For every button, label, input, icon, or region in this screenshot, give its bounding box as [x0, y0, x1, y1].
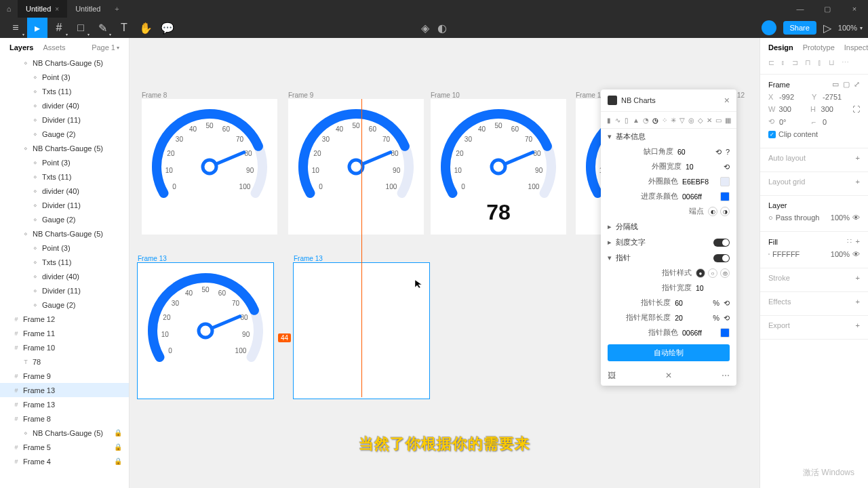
scaletext-toggle[interactable] — [713, 239, 730, 247]
auto-draw-button[interactable]: 自动绘制 — [608, 344, 730, 361]
blend-mode[interactable]: Pass through — [776, 214, 820, 222]
add-icon[interactable]: + — [856, 237, 860, 246]
layer-row[interactable]: #Frame 13 — [0, 397, 129, 411]
add-icon[interactable]: + — [856, 321, 860, 329]
layer-row[interactable]: ⋄Point (3) — [0, 155, 129, 169]
lock-icon[interactable]: 🔒 — [114, 458, 122, 465]
reset-icon[interactable]: ⟲ — [724, 314, 730, 323]
bar-icon[interactable]: ▮ — [606, 116, 612, 124]
style-2-icon[interactable]: ○ — [708, 268, 717, 278]
style-3-icon[interactable]: ◎ — [720, 268, 730, 278]
add-icon[interactable]: + — [856, 178, 860, 186]
close-icon[interactable]: × — [724, 95, 730, 106]
layer-row[interactable]: ⋄Divider (11) — [0, 283, 129, 298]
component-icon[interactable]: ◈ — [421, 22, 429, 35]
avatar[interactable] — [762, 20, 776, 35]
frame-label[interactable]: 12 — [737, 92, 745, 99]
text-tool[interactable]: T — [114, 18, 134, 38]
menu-tool[interactable]: ≡▾ — [5, 18, 26, 38]
area-icon[interactable]: ▲ — [633, 116, 639, 124]
layer-row[interactable]: #Frame 5🔒 — [0, 440, 129, 454]
frame-8[interactable]: 0102030405060708090100 — [142, 99, 277, 235]
shuffle-icon[interactable]: ✕ — [665, 371, 672, 380]
layer-row[interactable]: ⋄Gauge (2) — [0, 127, 129, 141]
needle-tail-input[interactable] — [675, 314, 709, 322]
scatter-icon[interactable]: ⁘ — [662, 116, 667, 124]
box-icon[interactable]: ▭ — [715, 116, 722, 124]
fill-swatch[interactable] — [768, 253, 770, 255]
eye-icon[interactable]: 👁 — [852, 214, 860, 222]
layer-row[interactable]: ⋄Txts (11) — [0, 169, 129, 184]
align-hcenter-icon[interactable]: ⫾ — [781, 58, 785, 67]
radius-value[interactable]: 0 — [823, 118, 852, 126]
reset-icon[interactable]: ⟲ — [715, 148, 722, 157]
hand-tool[interactable]: ✋ — [136, 18, 156, 38]
frame-label[interactable]: Frame 9 — [288, 92, 313, 99]
layer-row[interactable]: ⋄Point (3) — [0, 241, 129, 255]
home-icon[interactable]: ⌂ — [0, 5, 18, 13]
lock-icon[interactable]: 🔒 — [114, 443, 122, 451]
endcap-round-icon[interactable]: ◑ — [720, 207, 730, 216]
outer-color-input[interactable] — [682, 178, 716, 186]
fill-pct[interactable]: 100% — [831, 250, 850, 258]
minimize-icon[interactable]: — — [787, 0, 814, 18]
frame-13-a[interactable]: 0102030405060708090100 — [138, 263, 273, 399]
layer-row[interactable]: ⋄divider (40) — [0, 269, 129, 283]
frame-opt2-icon[interactable]: ▢ — [843, 80, 850, 89]
layer-row[interactable]: ⋄Gauge (2) — [0, 212, 129, 226]
layer-row[interactable]: ⋄divider (40) — [0, 184, 129, 198]
layer-row[interactable]: ⋄divider (40) — [0, 98, 129, 113]
layer-row[interactable]: #Frame 10 — [0, 340, 129, 354]
align-left-icon[interactable]: ⊏ — [768, 58, 774, 67]
style-icon[interactable]: ∷ — [847, 237, 852, 246]
eye-icon[interactable]: 👁 — [852, 250, 860, 258]
tab-untitled-active[interactable]: Untitled × — [18, 0, 67, 18]
opacity-value[interactable]: 100% — [831, 214, 850, 222]
more-icon[interactable]: ◇ — [698, 116, 703, 124]
layer-row[interactable]: #Frame 11 — [0, 326, 129, 340]
y-value[interactable]: -2751 — [823, 93, 852, 101]
tab-design[interactable]: Design — [768, 43, 793, 52]
layer-row[interactable]: ⋄Point (3) — [0, 70, 129, 84]
pie-icon[interactable]: ◔ — [643, 116, 649, 124]
layer-row[interactable]: #Frame 9 — [0, 369, 129, 383]
move-tool[interactable]: ▸ — [27, 18, 47, 38]
tab-layers[interactable]: Layers — [9, 43, 33, 52]
color-swatch[interactable] — [720, 328, 730, 338]
layer-row[interactable]: #Frame 4🔒 — [0, 454, 129, 468]
lock-icon[interactable]: 🔒 — [114, 429, 122, 436]
layer-row[interactable]: ⋄NB Charts-Gauge (5) — [0, 56, 129, 70]
ring-icon[interactable]: ◎ — [688, 116, 694, 124]
frame-tool[interactable]: #▾ — [49, 18, 69, 38]
fill-hex[interactable]: FFFFFF — [772, 250, 800, 258]
frame-label[interactable]: Frame 10 — [431, 92, 460, 99]
align-right-icon[interactable]: ⊐ — [792, 58, 798, 67]
layer-row[interactable]: ⋄Divider (11) — [0, 198, 129, 212]
distribute-icon[interactable]: ⋯ — [842, 58, 849, 67]
share-button[interactable]: Share — [783, 21, 816, 35]
frame-label[interactable]: Frame 13 — [294, 255, 323, 262]
frame-9[interactable]: 0102030405060708090100 — [288, 99, 424, 235]
layer-row[interactable]: #Frame 12 — [0, 312, 129, 326]
tab-assets[interactable]: Assets — [43, 43, 65, 52]
x-icon[interactable]: ✕ — [707, 116, 712, 124]
add-icon[interactable]: + — [856, 298, 860, 306]
needle-color-input[interactable] — [682, 329, 716, 337]
layer-row[interactable]: T78 — [0, 354, 129, 369]
color-swatch[interactable] — [720, 177, 730, 186]
add-icon[interactable]: + — [856, 154, 860, 162]
needle-width-input[interactable] — [696, 284, 730, 292]
funnel-icon[interactable]: ▽ — [679, 116, 685, 124]
rotation-value[interactable]: 0° — [779, 118, 809, 126]
layer-row[interactable]: #Frame 13 — [0, 383, 129, 397]
add-tab-icon[interactable]: + — [108, 5, 125, 13]
align-bottom-icon[interactable]: ⊔ — [829, 58, 835, 67]
close-icon[interactable]: × — [55, 5, 59, 13]
w-value[interactable]: 300 — [779, 105, 808, 113]
help-icon[interactable]: ? — [726, 148, 730, 156]
comment-tool[interactable]: 💬 — [157, 18, 178, 38]
bar2-icon[interactable]: ▯ — [624, 116, 629, 124]
progress-color-input[interactable] — [682, 192, 716, 201]
color-swatch[interactable] — [720, 192, 730, 201]
layer-row[interactable]: ⋄NB Charts-Gauge (5)🔒 — [0, 426, 129, 440]
